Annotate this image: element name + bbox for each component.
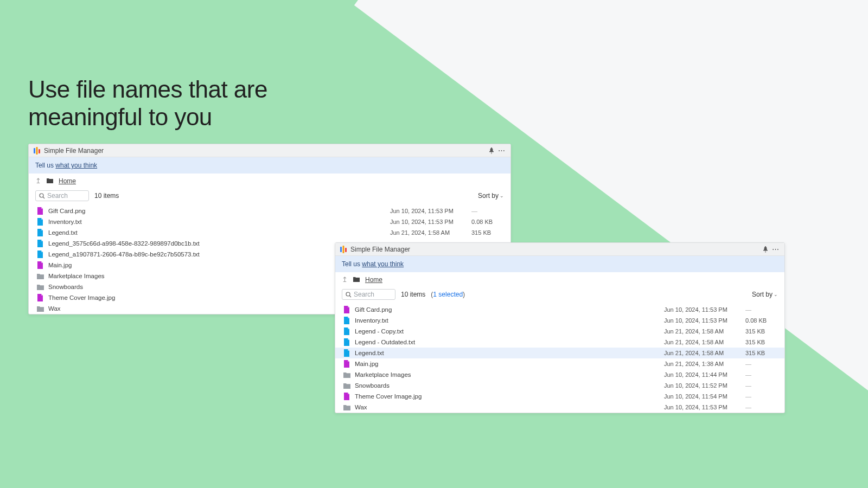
up-arrow-icon[interactable]: ↥ <box>342 275 348 284</box>
file-size: 315 KB <box>745 350 778 356</box>
file-size: 315 KB <box>745 328 778 335</box>
file-row[interactable]: SnowboardsJun 10, 2024, 11:52 PM— <box>335 380 784 391</box>
toolbar: 10 items Sort by ⌄ <box>29 188 510 206</box>
file-size: 0.08 KB <box>745 317 778 324</box>
text-file-icon <box>37 218 43 226</box>
breadcrumb: ↥ Home <box>29 174 510 188</box>
file-row[interactable]: WaxJun 10, 2024, 11:53 PM— <box>335 402 784 413</box>
toolbar: 10 items (1 selected) Sort by ⌄ <box>335 287 784 304</box>
svg-line-9 <box>43 197 44 198</box>
file-date: Jun 10, 2024, 11:53 PM <box>664 317 745 324</box>
more-icon[interactable]: ⋯ <box>496 146 506 156</box>
search-icon <box>346 292 352 298</box>
file-date: Jun 21, 2024, 1:58 AM <box>390 229 471 236</box>
file-row[interactable]: Legend.txtJun 21, 2024, 1:58 AM315 KB <box>29 227 510 238</box>
up-arrow-icon[interactable]: ↥ <box>35 177 41 185</box>
text-file-icon <box>37 240 43 247</box>
file-date: Jun 21, 2024, 1:58 AM <box>664 328 745 335</box>
feedback-banner[interactable]: Tell us what you think <box>335 256 784 272</box>
text-file-icon <box>343 317 350 324</box>
folder-icon <box>343 404 350 410</box>
breadcrumb-home[interactable]: Home <box>59 177 76 185</box>
folder-icon <box>37 273 44 279</box>
text-file-icon <box>343 328 350 335</box>
svg-rect-5 <box>34 148 35 153</box>
breadcrumb-home[interactable]: Home <box>365 276 382 284</box>
file-name: Inventory.txt <box>48 219 390 225</box>
page-heading: Use file names that are meaningful to yo… <box>28 76 267 131</box>
file-date: Jun 21, 2024, 1:58 AM <box>664 350 745 356</box>
file-size: — <box>471 208 504 214</box>
file-size: — <box>745 404 778 410</box>
image-file-icon <box>37 207 43 215</box>
folder-icon <box>343 372 350 378</box>
file-row[interactable]: Gift Card.pngJun 10, 2024, 11:53 PM— <box>335 304 784 315</box>
file-row[interactable]: Legend - Outdated.txtJun 21, 2024, 1:58 … <box>335 337 784 348</box>
svg-rect-6 <box>36 147 38 155</box>
file-manager-window-after: Simple File Manager ⋯ Tell us what you t… <box>335 242 785 413</box>
file-size: 315 KB <box>471 229 504 236</box>
titlebar: Simple File Manager ⋯ <box>335 243 784 256</box>
app-logo-icon <box>340 246 347 253</box>
svg-rect-7 <box>39 149 40 153</box>
selection-count[interactable]: (1 selected) <box>431 291 465 298</box>
file-date: Jun 10, 2024, 11:54 PM <box>664 393 745 400</box>
file-row[interactable]: Theme Cover Image.jpgJun 10, 2024, 11:54… <box>335 391 784 402</box>
file-row[interactable]: Inventory.txtJun 10, 2024, 11:53 PM0.08 … <box>335 315 784 326</box>
file-date: Jun 21, 2024, 1:38 AM <box>664 361 745 367</box>
file-name: Legend.txt <box>355 350 664 356</box>
text-file-icon <box>37 251 43 258</box>
file-date: Jun 10, 2024, 11:53 PM <box>390 219 471 225</box>
file-row[interactable]: Inventory.txtJun 10, 2024, 11:53 PM0.08 … <box>29 216 510 227</box>
image-file-icon <box>37 261 43 269</box>
file-date: Jun 10, 2024, 11:53 PM <box>664 404 745 410</box>
file-size: — <box>745 393 778 400</box>
search-input-wrap[interactable] <box>342 289 395 300</box>
file-size: — <box>745 371 778 378</box>
search-input[interactable] <box>47 192 85 200</box>
pin-icon[interactable] <box>487 146 496 156</box>
app-logo-icon <box>33 147 41 155</box>
file-row[interactable]: Marketplace ImagesJun 10, 2024, 11:44 PM… <box>335 369 784 380</box>
sort-by-button[interactable]: Sort by ⌄ <box>752 291 778 298</box>
folder-icon <box>37 284 44 290</box>
chevron-down-icon: ⌄ <box>774 292 778 297</box>
file-size: 315 KB <box>745 339 778 345</box>
file-date: Jun 21, 2024, 1:58 AM <box>664 339 745 345</box>
file-size: — <box>745 361 778 367</box>
window-title: Simple File Manager <box>44 147 104 155</box>
search-icon <box>39 193 45 199</box>
svg-point-13 <box>346 292 350 296</box>
file-row[interactable]: Legend - Copy.txtJun 21, 2024, 1:58 AM31… <box>335 326 784 337</box>
sort-by-button[interactable]: Sort by ⌄ <box>478 192 504 200</box>
feedback-banner[interactable]: Tell us what you think <box>29 157 510 174</box>
chevron-down-icon: ⌄ <box>500 193 504 198</box>
svg-line-14 <box>349 296 351 297</box>
file-name: Legend.txt <box>48 229 390 236</box>
item-count: 10 items <box>401 291 425 298</box>
folder-icon <box>353 277 360 283</box>
text-file-icon <box>37 229 43 236</box>
more-icon[interactable]: ⋯ <box>770 245 780 254</box>
file-date: Jun 10, 2024, 11:53 PM <box>390 208 471 214</box>
file-date: Jun 10, 2024, 11:44 PM <box>664 371 745 378</box>
file-size: — <box>745 382 778 389</box>
search-input-wrap[interactable] <box>35 190 89 201</box>
file-row[interactable]: Legend.txtJun 21, 2024, 1:58 AM315 KB <box>335 348 784 358</box>
file-name: Main.jpg <box>355 361 664 367</box>
image-file-icon <box>37 294 43 301</box>
file-name: Legend - Copy.txt <box>355 328 664 335</box>
text-file-icon <box>343 338 350 346</box>
window-title: Simple File Manager <box>350 246 410 253</box>
folder-icon <box>47 178 53 184</box>
image-file-icon <box>343 306 350 313</box>
folder-icon <box>343 383 350 389</box>
file-size: 0.08 KB <box>471 219 504 225</box>
file-date: Jun 10, 2024, 11:53 PM <box>664 306 745 313</box>
svg-rect-11 <box>343 246 344 253</box>
file-row[interactable]: Main.jpgJun 21, 2024, 1:38 AM— <box>335 358 784 369</box>
search-input[interactable] <box>354 291 392 298</box>
image-file-icon <box>343 393 350 400</box>
pin-icon[interactable] <box>761 245 770 254</box>
file-row[interactable]: Gift Card.pngJun 10, 2024, 11:53 PM— <box>29 206 510 216</box>
